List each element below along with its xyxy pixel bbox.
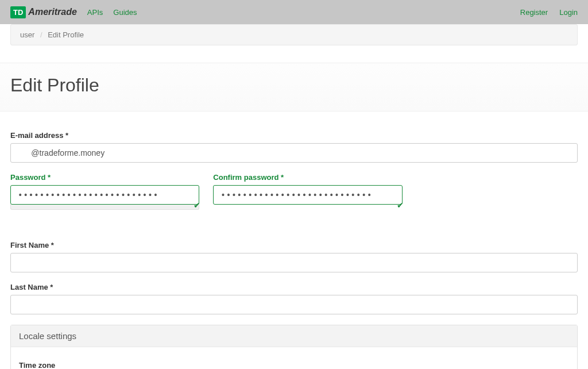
title-section: Edit Profile [0,63,588,112]
password-row: Password * ✔ Confirm password * ✔ [10,173,578,210]
nav-left: TD Ameritrade APIs Guides [10,6,137,18]
email-label: E-mail address * [10,131,578,140]
locale-panel-header: Locale settings [11,325,577,347]
password-field[interactable] [10,185,199,205]
check-icon: ✔ [397,201,404,210]
confirm-password-field[interactable] [213,185,402,205]
breadcrumb-current: Edit Profile [48,30,84,39]
timezone-group: Time zone America/Los Angeles: Monday, J… [19,361,569,369]
email-field[interactable] [10,143,578,163]
breadcrumb: user / Edit Profile [10,24,578,45]
nav-link-register[interactable]: Register [520,8,548,17]
locale-panel-body: Time zone America/Los Angeles: Monday, J… [11,347,577,369]
nav-link-apis[interactable]: APIs [87,8,103,17]
breadcrumb-parent[interactable]: user [20,30,34,39]
breadcrumb-separator-icon: / [40,30,42,39]
last-name-field[interactable] [10,295,578,314]
first-name-label: First Name * [10,241,578,249]
password-strength-bar [10,204,199,210]
logo[interactable]: TD Ameritrade [10,6,77,18]
top-nav: TD Ameritrade APIs Guides Register Login [0,0,588,24]
last-name-label: Last Name * [10,283,578,291]
nav-link-guides[interactable]: Guides [113,8,137,17]
confirm-password-label: Confirm password * [213,173,402,182]
timezone-label: Time zone [19,361,569,369]
nav-link-login[interactable]: Login [559,8,578,17]
check-icon: ✔ [194,201,200,210]
confirm-password-col: Confirm password * ✔ [213,173,402,210]
form-area: E-mail address * Password * ✔ Confirm pa… [0,112,588,369]
nav-right: Register Login [520,8,578,17]
logo-text: Ameritrade [28,7,76,17]
first-name-group: First Name * [10,241,578,272]
locale-panel: Locale settings Time zone America/Los An… [10,325,578,369]
email-group: E-mail address * [10,131,578,163]
logo-badge-icon: TD [10,6,26,18]
password-col: Password * ✔ [10,173,199,210]
first-name-field[interactable] [10,253,578,272]
last-name-group: Last Name * [10,283,578,314]
page-title: Edit Profile [10,75,578,96]
password-label: Password * [10,173,199,182]
